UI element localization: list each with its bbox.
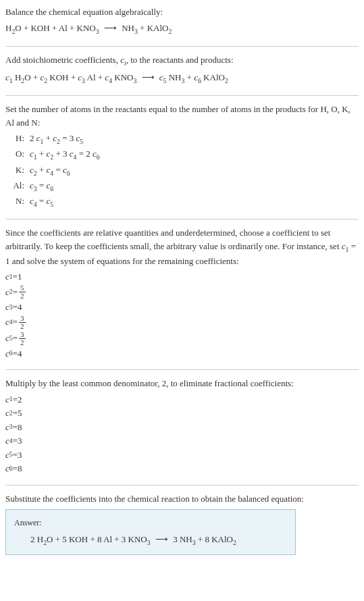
atom-row-h: H: 2 c1 + c2 = 3 c5: [5, 132, 359, 147]
answer-label: Answer:: [14, 517, 287, 529]
answer-equation: 2 H2O + 5 KOH + 8 Al + 3 KNO3 ⟶ 3 NH3 + …: [30, 533, 287, 548]
section2-equation: c1 H2O + c2 KOH + c3 Al + c4 KNO3 ⟶ c5 N…: [5, 71, 359, 86]
coefficient-list-fractional: c1 = 1 c2 = 52 c3 = 4 c4 = 32 c5 = 32 c6…: [5, 270, 359, 360]
atom-row-o: O: c1 + c2 + 3 c4 = 2 c6: [5, 147, 359, 162]
divider: [5, 46, 359, 47]
atom-equations-table: H: 2 c1 + c2 = 3 c5 O: c1 + c2 + 3 c4 = …: [5, 132, 359, 209]
atom-label: K:: [5, 163, 24, 177]
coefficient-list-integer: c1 = 2 c2 = 5 c3 = 8 c4 = 3 c5 = 3 c6 = …: [5, 393, 359, 475]
section3-title: Set the number of atoms in the reactants…: [5, 103, 359, 129]
divider: [5, 219, 359, 219]
coef-row: c3 = 8: [5, 421, 359, 434]
coef-row: c2 = 5: [5, 407, 359, 420]
atom-label: O:: [5, 147, 24, 161]
answer-box: Answer: 2 H2O + 5 KOH + 8 Al + 3 KNO3 ⟶ …: [5, 509, 296, 555]
atom-label: N:: [5, 194, 24, 208]
atom-label: Al:: [5, 179, 24, 192]
atom-label: H:: [5, 132, 24, 145]
coef-row: c6 = 4: [5, 347, 359, 361]
atom-equation: 2 c1 + c2 = 3 c5: [30, 132, 83, 147]
section2-title: Add stoichiometric coefficients, ci, to …: [5, 53, 359, 68]
section1-equation: H2O + KOH + Al + KNO3 ⟶ NH3 + KAlO2: [5, 22, 359, 36]
coef-row: c1 = 1: [5, 270, 359, 284]
atom-row-n: N: c4 = c5: [5, 194, 359, 209]
coef-row: c3 = 4: [5, 300, 359, 314]
divider: [5, 369, 359, 370]
atom-equation: c4 = c5: [30, 194, 53, 209]
section6-title: Substitute the coefficients into the che…: [5, 492, 359, 506]
atom-row-al: Al: c3 = c6: [5, 179, 359, 194]
atom-equation: c3 = c6: [30, 179, 53, 194]
section5-title: Multiply by the least common denominator…: [5, 377, 359, 390]
coef-row: c4 = 3: [5, 434, 359, 448]
coef-row: c1 = 2: [5, 393, 359, 407]
coef-row: c2 = 52: [5, 284, 359, 300]
coef-row: c5 = 32: [5, 331, 359, 346]
coef-row: c4 = 32: [5, 315, 359, 330]
atom-equation: c2 + c4 = c6: [30, 163, 70, 178]
atom-row-k: K: c2 + c4 = c6: [5, 163, 359, 178]
coef-row: c6 = 8: [5, 462, 359, 475]
coef-row: c5 = 3: [5, 448, 359, 462]
section4-title: Since the coefficients are relative quan…: [5, 226, 359, 267]
divider: [5, 485, 359, 486]
divider: [5, 95, 359, 96]
atom-equation: c1 + c2 + 3 c4 = 2 c6: [30, 147, 100, 162]
section1-title: Balance the chemical equation algebraica…: [5, 5, 359, 19]
